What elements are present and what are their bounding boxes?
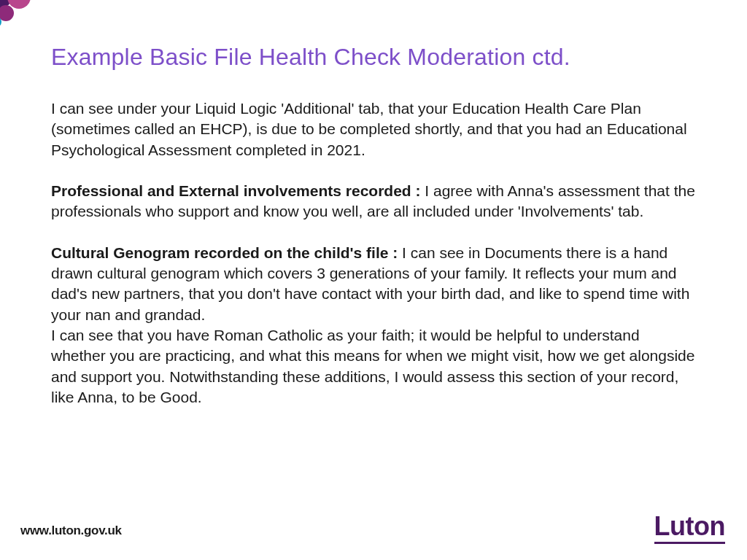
footer-logo: Luton xyxy=(654,513,725,544)
paragraph-professional: Professional and External involvements r… xyxy=(51,181,696,222)
bold-label-genogram: Cultural Genogram recorded on the child'… xyxy=(51,244,402,261)
footer-url: www.luton.gov.uk xyxy=(20,524,122,538)
text-genogram-2: I can see that you have Roman Catholic a… xyxy=(51,327,694,405)
slide-body: I can see under your Liquid Logic 'Addit… xyxy=(51,98,696,408)
brand-name: Luton xyxy=(654,513,725,540)
slide-content: Example Basic File Health Check Moderati… xyxy=(0,0,747,408)
svg-point-2 xyxy=(0,5,14,21)
paragraph-genogram: Cultural Genogram recorded on the child'… xyxy=(51,243,696,408)
brand-underline xyxy=(654,542,725,544)
bold-label-professional: Professional and External involvements r… xyxy=(51,182,425,199)
slide-title: Example Basic File Health Check Moderati… xyxy=(51,44,696,71)
paragraph-intro: I can see under your Liquid Logic 'Addit… xyxy=(51,98,696,160)
decorative-circles-icon xyxy=(0,0,51,36)
